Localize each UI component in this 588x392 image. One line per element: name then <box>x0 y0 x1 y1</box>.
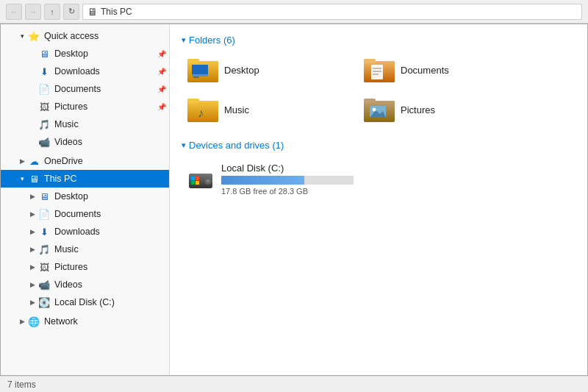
expand-network-icon: ▶ <box>17 316 27 327</box>
svg-rect-4 <box>192 65 208 74</box>
folder-item-music[interactable]: ♪ Music <box>182 93 343 126</box>
music-pc-icon: 🎵 <box>37 243 51 256</box>
sidebar-item-pictures-pc[interactable]: ▶ 🖼 Pictures <box>1 258 169 276</box>
pictures-pc-icon: 🖼 <box>37 260 51 274</box>
up-button[interactable]: ↑ <box>44 4 60 20</box>
sidebar-item-documents-qa[interactable]: 📄 Documents 📌 <box>1 80 169 98</box>
folder-item-desktop[interactable]: Desktop <box>182 53 343 87</box>
drive-c-icon <box>187 166 214 193</box>
expand-documents-icon <box>27 84 37 94</box>
pin-icon: 📌 <box>157 50 166 58</box>
svg-text:♪: ♪ <box>198 107 204 119</box>
folder-icon-music: ♪ <box>187 97 218 122</box>
sidebar-item-music-qa[interactable]: 🎵 Music <box>1 115 169 133</box>
sidebar-item-desktop-pc[interactable]: ▶ 🖥 Desktop <box>1 188 169 205</box>
localdisk-icon: 💽 <box>37 296 51 309</box>
folder-item-documents[interactable]: Documents <box>358 53 520 87</box>
refresh-button[interactable]: ↻ <box>63 4 79 20</box>
sidebar-item-music-pc[interactable]: ▶ 🎵 Music <box>1 240 169 258</box>
expand-desktop-pc-icon: ▶ <box>27 191 37 202</box>
svg-rect-2 <box>187 59 199 63</box>
sidebar-item-documents-pc[interactable]: ▶ 📄 Documents <box>1 205 169 223</box>
downloads-label: Downloads <box>54 66 100 76</box>
expand-localdisk-icon: ▶ <box>27 297 37 307</box>
drive-c-name: Local Disk (C:) <box>221 163 354 174</box>
expand-downloads-icon <box>27 66 37 76</box>
sidebar-item-onedrive[interactable]: ▶ ☁ OneDrive <box>1 152 169 170</box>
items-count: 7 items <box>7 379 36 390</box>
sidebar-item-network[interactable]: ▶ 🌐 Network <box>1 313 169 330</box>
sidebar-item-pictures-qa[interactable]: 🖼 Pictures 📌 <box>1 98 169 115</box>
drive-c-bar <box>221 176 354 185</box>
folders-grid: Desktop <box>182 53 576 126</box>
sidebar-item-desktop-qa[interactable]: 🖥 Desktop 📌 <box>1 45 169 63</box>
svg-rect-8 <box>364 59 376 63</box>
svg-point-26 <box>207 179 209 182</box>
forward-button[interactable]: → <box>25 4 41 20</box>
music-icon: 🎵 <box>37 118 51 131</box>
devices-section: ▾ Devices and drives (1) <box>182 140 576 200</box>
drive-c-fill <box>221 176 304 185</box>
music-label: Music <box>54 119 79 129</box>
desktop-icon: 🖥 <box>37 47 51 60</box>
folder-icon-pictures <box>364 97 395 122</box>
expand-music-pc-icon: ▶ <box>27 244 37 254</box>
back-button[interactable]: ← <box>6 4 22 20</box>
svg-rect-15 <box>187 99 199 103</box>
videos-label: Videos <box>54 137 82 147</box>
address-path[interactable]: 🖥 This PC <box>82 4 582 20</box>
expand-videos-pc-icon: ▶ <box>27 279 37 290</box>
folder-icon-desktop <box>187 57 218 82</box>
svg-rect-29 <box>191 181 195 185</box>
sidebar-item-videos-qa[interactable]: 📹 Videos <box>1 133 169 151</box>
drive-item-c[interactable]: Local Disk (C:) 17.8 GB free of 28.3 GB <box>182 158 576 200</box>
sidebar-item-thispc[interactable]: ▾ 🖥 This PC <box>1 170 169 188</box>
expand-documents-pc-icon: ▶ <box>27 209 37 219</box>
quick-access-icon: ⭐ <box>27 29 40 43</box>
downloads-pc-icon: ⬇ <box>37 225 51 238</box>
pin-icon-3: 📌 <box>157 85 166 93</box>
documents-label: Documents <box>54 84 101 94</box>
folder-item-pictures[interactable]: Pictures <box>358 93 520 126</box>
devices-chevron-icon: ▾ <box>182 140 186 150</box>
folder-label-music: Music <box>224 104 249 115</box>
expand-music-icon <box>27 119 37 129</box>
sidebar-item-quick-access[interactable]: ▾ ⭐ Quick access <box>1 27 169 45</box>
desktop-pc-label: Desktop <box>54 191 88 202</box>
sidebar-item-videos-pc[interactable]: ▶ 📹 Videos <box>1 276 169 293</box>
pictures-label: Pictures <box>54 101 87 112</box>
sidebar-item-downloads-pc[interactable]: ▶ ⬇ Downloads <box>1 223 169 240</box>
videos-pc-icon: 📹 <box>37 278 51 291</box>
drive-c-info: Local Disk (C:) 17.8 GB free of 28.3 GB <box>221 163 354 196</box>
sidebar-item-localdisk[interactable]: ▶ 💽 Local Disk (C:) <box>1 293 169 311</box>
onedrive-icon: ☁ <box>27 154 40 168</box>
svg-point-22 <box>373 108 376 112</box>
devices-section-header[interactable]: ▾ Devices and drives (1) <box>182 140 576 151</box>
desktop-pc-icon: 🖥 <box>37 190 51 203</box>
folders-chevron-icon: ▾ <box>182 35 186 45</box>
thispc-label: This PC <box>44 174 76 184</box>
expand-downloads-pc-icon: ▶ <box>27 227 37 237</box>
main-content: ▾ Folders (6) <box>170 24 587 375</box>
pc-icon: 🖥 <box>87 6 98 18</box>
address-bar: ← → ↑ ↻ 🖥 This PC <box>0 0 588 24</box>
devices-header-label: Devices and drives (1) <box>189 140 284 151</box>
pictures-icon: 🖼 <box>37 100 51 113</box>
sidebar-item-downloads-qa[interactable]: ⬇ Downloads 📌 <box>1 63 169 80</box>
pin-icon-2: 📌 <box>157 68 166 76</box>
svg-rect-27 <box>191 177 195 180</box>
thispc-icon: 🖥 <box>27 172 40 185</box>
sidebar: ▾ ⭐ Quick access 🖥 Desktop 📌 ⬇ Downloads… <box>1 24 170 375</box>
localdisk-label: Local Disk (C:) <box>54 297 115 307</box>
onedrive-label: OneDrive <box>44 156 83 166</box>
downloads-pc-label: Downloads <box>54 227 100 237</box>
expand-pictures-pc-icon: ▶ <box>27 262 37 272</box>
network-label: Network <box>44 316 78 327</box>
folders-header-label: Folders (6) <box>189 35 235 46</box>
expand-desktop-icon <box>27 49 37 59</box>
pin-icon-4: 📌 <box>157 103 166 111</box>
folders-section-header[interactable]: ▾ Folders (6) <box>182 35 576 46</box>
videos-icon: 📹 <box>37 135 51 149</box>
drive-c-size: 17.8 GB free of 28.3 GB <box>221 187 354 196</box>
documents-pc-icon: 📄 <box>37 207 51 221</box>
